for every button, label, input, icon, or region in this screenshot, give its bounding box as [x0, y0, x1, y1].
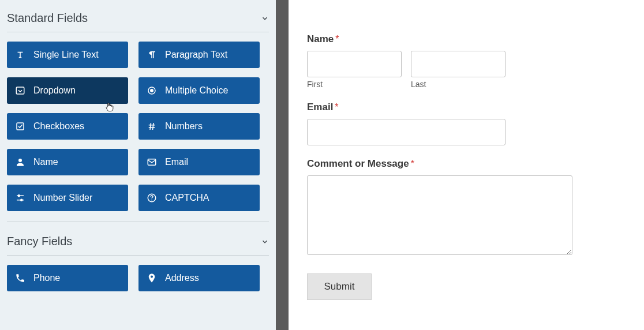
- comment-textarea[interactable]: [307, 175, 572, 255]
- user-icon: [15, 157, 25, 167]
- field-multiple-choice[interactable]: Multiple Choice: [138, 77, 260, 104]
- field-email[interactable]: Email: [138, 149, 260, 175]
- field-label: Numbers: [165, 121, 203, 132]
- required-mark: *: [411, 159, 414, 168]
- first-sublabel: First: [307, 80, 402, 89]
- field-numbers[interactable]: Numbers: [138, 113, 260, 140]
- fancy-fields-header[interactable]: Fancy Fields: [7, 231, 269, 252]
- radio-icon: [147, 85, 157, 96]
- phone-icon: [15, 273, 25, 283]
- field-label: Email: [165, 157, 188, 167]
- required-mark: *: [335, 34, 339, 44]
- last-sublabel: Last: [411, 80, 506, 89]
- field-label: Address: [165, 273, 199, 283]
- first-name-input[interactable]: [307, 51, 402, 77]
- envelope-icon: [147, 157, 157, 167]
- submit-label: Submit: [324, 281, 355, 292]
- field-dropdown[interactable]: Dropdown: [7, 77, 128, 104]
- svg-rect-3: [16, 87, 24, 94]
- fancy-fields-title: Fancy Fields: [7, 235, 72, 248]
- field-captcha[interactable]: CAPTCHA: [138, 185, 260, 211]
- form-preview-area: Name* First Last Email* Comment o: [289, 0, 644, 330]
- field-label: Paragraph Text: [165, 50, 227, 60]
- email-label: Email: [307, 102, 333, 112]
- dropdown-icon: [15, 85, 25, 96]
- divider: [7, 222, 269, 222]
- submit-button[interactable]: Submit: [307, 273, 372, 300]
- field-phone[interactable]: Phone: [7, 265, 128, 291]
- last-name-input[interactable]: [411, 51, 506, 77]
- previous-field-cutoff: [301, 0, 613, 17]
- text-icon: [15, 50, 25, 60]
- chevron-down-icon: [261, 14, 269, 22]
- svg-point-16: [21, 199, 23, 201]
- comment-field-group[interactable]: Comment or Message*: [307, 158, 607, 257]
- fancy-fields-grid: Phone Address: [7, 265, 269, 291]
- standard-fields-header[interactable]: Standard Fields: [7, 8, 269, 28]
- divider: [7, 255, 269, 256]
- field-label: Checkboxes: [33, 121, 84, 132]
- standard-fields-grid: Single Line Text Paragraph Text Dropdown…: [7, 42, 269, 211]
- svg-rect-6: [17, 123, 24, 130]
- sliders-icon: [15, 193, 25, 203]
- email-field-group[interactable]: Email*: [307, 102, 607, 145]
- name-field-group[interactable]: Name* First Last: [307, 33, 607, 89]
- field-name[interactable]: Name: [7, 149, 128, 175]
- name-label: Name: [307, 33, 334, 44]
- standard-fields-title: Standard Fields: [7, 12, 88, 25]
- comment-label: Comment or Message: [307, 158, 409, 169]
- checkbox-icon: [15, 121, 25, 132]
- field-label: Dropdown: [33, 85, 76, 96]
- chevron-down-icon: [261, 238, 269, 246]
- field-label: Single Line Text: [33, 50, 99, 60]
- required-mark: *: [335, 102, 338, 112]
- field-address[interactable]: Address: [138, 265, 260, 291]
- svg-point-18: [151, 200, 152, 201]
- field-label: Multiple Choice: [165, 85, 228, 96]
- fields-sidebar: Standard Fields Single Line Text Paragra…: [0, 0, 276, 330]
- field-label: Name: [33, 157, 58, 167]
- field-paragraph-text[interactable]: Paragraph Text: [138, 42, 260, 68]
- field-single-line-text[interactable]: Single Line Text: [7, 42, 128, 68]
- hash-icon: [147, 121, 157, 132]
- panel-divider: [276, 0, 289, 330]
- field-label: Number Slider: [33, 193, 92, 203]
- svg-line-10: [153, 123, 154, 130]
- divider: [7, 32, 269, 32]
- question-circle-icon: [147, 193, 157, 203]
- field-checkboxes[interactable]: Checkboxes: [7, 113, 128, 140]
- svg-point-11: [18, 159, 22, 162]
- svg-point-14: [18, 195, 20, 197]
- map-pin-icon: [147, 273, 157, 283]
- svg-point-5: [151, 89, 153, 92]
- email-input[interactable]: [307, 119, 506, 145]
- field-label: Phone: [33, 273, 60, 283]
- form-canvas: Name* First Last Email* Comment o: [301, 0, 613, 330]
- field-label: CAPTCHA: [165, 193, 209, 203]
- paragraph-icon: [147, 50, 157, 60]
- field-number-slider[interactable]: Number Slider: [7, 185, 128, 211]
- svg-line-9: [150, 123, 151, 130]
